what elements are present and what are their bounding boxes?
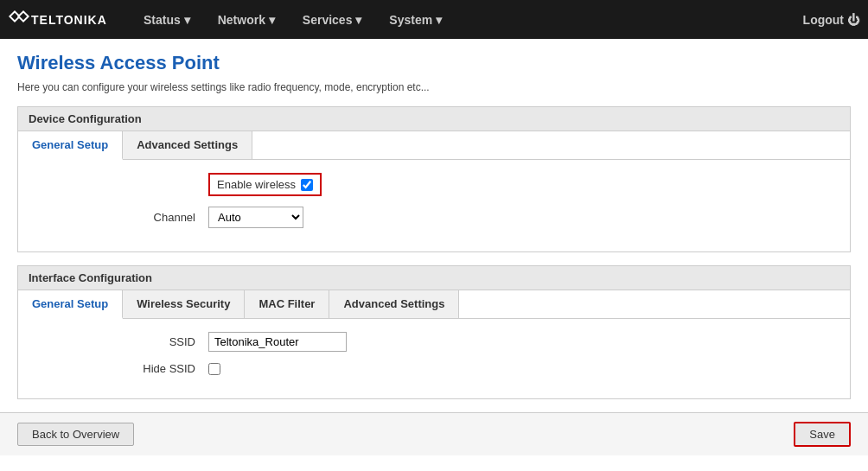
- interface-config-tab-content: SSID Hide SSID: [17, 319, 851, 399]
- navbar: TELTONIKA Status ▾ Network ▾ Services ▾ …: [0, 0, 868, 39]
- hide-ssid-row: Hide SSID: [35, 362, 833, 375]
- page-title: Wireless Access Point: [17, 52, 851, 74]
- ssid-row: SSID: [35, 332, 833, 352]
- tab-iface-wireless-security[interactable]: Wireless Security: [123, 290, 245, 318]
- interface-config-tabs: General Setup Wireless Security MAC Filt…: [17, 290, 851, 319]
- page-content: Wireless Access Point Here you can confi…: [0, 39, 868, 412]
- channel-select[interactable]: Auto 1 2 3 4 5 6 7 8 9 10 11: [208, 207, 303, 228]
- nav-services[interactable]: Services ▾: [289, 0, 376, 39]
- bottom-bar: Back to Overview Save: [0, 412, 868, 455]
- channel-row: Channel Auto 1 2 3 4 5 6 7 8 9 10 11: [35, 207, 833, 228]
- enable-wireless-checkbox[interactable]: [301, 179, 313, 191]
- enable-wireless-row: Enable wireless: [35, 173, 833, 196]
- logout-icon: ⏻: [847, 13, 859, 27]
- page-description: Here you can configure your wireless set…: [17, 81, 851, 93]
- tab-iface-advanced-settings[interactable]: Advanced Settings: [329, 290, 459, 318]
- enable-wireless-box: Enable wireless: [208, 173, 322, 196]
- interface-config-header: Interface Configuration: [17, 265, 851, 290]
- hide-ssid-label: Hide SSID: [35, 362, 208, 375]
- svg-text:TELTONIKA: TELTONIKA: [31, 13, 107, 27]
- back-to-overview-button[interactable]: Back to Overview: [17, 423, 134, 446]
- save-button[interactable]: Save: [794, 422, 851, 447]
- device-config-header: Device Configuration: [17, 106, 851, 131]
- enable-wireless-label: Enable wireless: [217, 178, 296, 191]
- logo: TELTONIKA: [9, 7, 112, 33]
- logout-button[interactable]: Logout ⏻: [803, 13, 859, 27]
- tab-iface-general-setup[interactable]: General Setup: [18, 290, 123, 319]
- tab-iface-mac-filter[interactable]: MAC Filter: [245, 290, 329, 318]
- teltonika-full-logo: TELTONIKA: [9, 7, 112, 33]
- device-config-tabs: General Setup Advanced Settings: [17, 131, 851, 160]
- hide-ssid-checkbox[interactable]: [208, 363, 220, 375]
- nav-status[interactable]: Status ▾: [130, 0, 204, 39]
- navbar-menu: Status ▾ Network ▾ Services ▾ System ▾: [130, 0, 803, 39]
- device-config-section: Device Configuration General Setup Advan…: [17, 106, 851, 252]
- nav-system[interactable]: System ▾: [375, 0, 456, 39]
- ssid-label: SSID: [35, 335, 208, 348]
- interface-config-section: Interface Configuration General Setup Wi…: [17, 265, 851, 399]
- ssid-input[interactable]: [208, 332, 347, 352]
- device-config-tab-content: Enable wireless Channel Auto 1 2 3 4 5: [17, 160, 851, 252]
- tab-device-advanced-settings[interactable]: Advanced Settings: [123, 131, 252, 159]
- channel-label: Channel: [35, 211, 208, 224]
- tab-device-general-setup[interactable]: General Setup: [18, 131, 123, 160]
- nav-network[interactable]: Network ▾: [204, 0, 289, 39]
